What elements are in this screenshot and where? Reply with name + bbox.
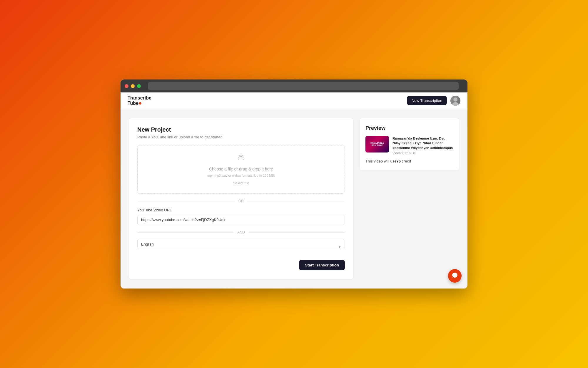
panel-title: New Project — [137, 126, 345, 133]
preview-panel: Preview RAMAZANDA BESLENME Ramazan'da Be… — [359, 118, 459, 171]
language-select-wrapper: English ▼ — [137, 239, 345, 255]
logo-dot — [139, 102, 141, 105]
app-main: New Project Paste a YouTube link or uplo… — [121, 109, 467, 289]
app-header: Transcribe Tube New Transcription — [121, 92, 467, 109]
and-divider-left — [137, 232, 234, 233]
panel-subtitle: Paste a YouTube link or upload a file to… — [137, 135, 345, 139]
svg-point-0 — [453, 97, 457, 102]
chat-icon — [452, 272, 458, 280]
video-meta: Video: 01:16:50 — [392, 151, 453, 155]
divider-line-right — [247, 201, 345, 201]
address-bar[interactable] — [148, 82, 459, 90]
svg-point-1 — [452, 102, 459, 106]
video-title: Ramazan'da Beslenme Uzm. Dyt. Nilay Keçe… — [392, 136, 453, 150]
select-file-button[interactable]: Select file — [233, 181, 249, 185]
logo-text: Transcribe Tube — [128, 95, 151, 106]
browser-window: Transcribe Tube New Transcription — [121, 79, 467, 289]
credit-info: This video will use76 credit — [365, 159, 453, 163]
upload-title: Choose a file or drag & drop it here — [209, 167, 273, 171]
language-select[interactable]: English — [137, 239, 345, 249]
maximize-button[interactable] — [137, 84, 141, 88]
logo-line1: Transcribe Tube — [128, 95, 151, 106]
and-label: AND — [237, 230, 245, 234]
new-transcription-button[interactable]: New Transcription — [407, 96, 447, 105]
close-button[interactable] — [125, 84, 128, 88]
youtube-url-input[interactable] — [137, 215, 345, 225]
or-label: OR — [238, 199, 244, 203]
upload-icon — [237, 154, 245, 163]
avatar[interactable] — [450, 96, 460, 106]
video-info: Ramazan'da Beslenme Uzm. Dyt. Nilay Keçe… — [392, 136, 453, 155]
chat-bubble-button[interactable] — [448, 269, 462, 283]
video-thumbnail: RAMAZANDA BESLENME — [365, 136, 389, 152]
start-transcription-button[interactable]: Start Transcription — [299, 260, 345, 270]
credit-suffix: credit — [401, 159, 411, 163]
credit-prefix: This video will use — [365, 159, 397, 163]
avatar-icon — [450, 96, 460, 106]
new-project-panel: New Project Paste a YouTube link or uplo… — [129, 118, 353, 280]
browser-titlebar — [121, 79, 467, 92]
youtube-url-label: YouTube Video URL — [137, 208, 345, 212]
avatar-image — [450, 96, 460, 106]
app-content: Transcribe Tube New Transcription — [121, 92, 467, 289]
and-divider-right — [248, 232, 345, 233]
upload-subtitle: mp4,mp3,wav or webm formats. Up to 100 M… — [207, 174, 275, 177]
credit-value: 76 — [397, 159, 401, 163]
divider-line-left — [137, 201, 235, 201]
preview-title: Preview — [365, 125, 453, 131]
and-divider: AND — [137, 230, 345, 234]
upload-dropzone[interactable]: Choose a file or drag & drop it here mp4… — [137, 145, 345, 194]
or-divider: OR — [137, 199, 345, 203]
thumbnail-text: RAMAZANDA BESLENME — [365, 141, 389, 148]
video-preview-row: RAMAZANDA BESLENME Ramazan'da Beslenme U… — [365, 136, 453, 155]
logo: Transcribe Tube — [128, 95, 151, 106]
minimize-button[interactable] — [131, 84, 135, 88]
